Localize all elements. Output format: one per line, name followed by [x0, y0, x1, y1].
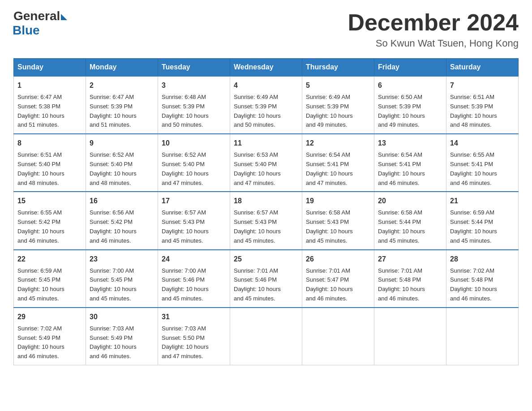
day-info: Sunrise: 6:54 AMSunset: 5:41 PMDaylight:… — [306, 150, 370, 188]
day-number: 14 — [450, 138, 515, 149]
day-number: 20 — [378, 196, 442, 206]
header-monday: Monday — [86, 59, 158, 77]
day-info: Sunrise: 6:55 AMSunset: 5:42 PMDaylight:… — [17, 208, 82, 245]
day-number: 21 — [450, 196, 515, 206]
logo: General Blue — [13, 9, 67, 38]
week-row-1: 1Sunrise: 6:47 AMSunset: 5:38 PMDaylight… — [14, 76, 519, 134]
calendar-cell: 6Sunrise: 6:50 AMSunset: 5:39 PMDaylight… — [374, 76, 446, 134]
calendar-cell: 4Sunrise: 6:49 AMSunset: 5:39 PMDaylight… — [230, 76, 302, 134]
day-info: Sunrise: 6:51 AMSunset: 5:40 PMDaylight:… — [17, 150, 82, 188]
calendar-cell — [230, 308, 302, 365]
day-number: 6 — [378, 80, 442, 91]
day-info: Sunrise: 6:54 AMSunset: 5:41 PMDaylight:… — [378, 150, 442, 188]
header-wednesday: Wednesday — [230, 59, 302, 77]
day-info: Sunrise: 6:47 AMSunset: 5:38 PMDaylight:… — [17, 93, 82, 130]
calendar-cell: 16Sunrise: 6:56 AMSunset: 5:42 PMDayligh… — [86, 192, 158, 249]
day-number: 2 — [90, 80, 154, 91]
day-number: 25 — [234, 254, 298, 265]
day-info: Sunrise: 6:49 AMSunset: 5:39 PMDaylight:… — [234, 93, 298, 130]
day-number: 28 — [450, 254, 515, 265]
calendar-table: SundayMondayTuesdayWednesdayThursdayFrid… — [13, 58, 519, 365]
calendar-cell: 25Sunrise: 7:01 AMSunset: 5:46 PMDayligh… — [230, 250, 302, 308]
calendar-cell: 28Sunrise: 7:02 AMSunset: 5:48 PMDayligh… — [446, 250, 519, 308]
calendar-cell: 29Sunrise: 7:02 AMSunset: 5:49 PMDayligh… — [14, 308, 86, 365]
day-info: Sunrise: 6:52 AMSunset: 5:40 PMDaylight:… — [162, 150, 226, 188]
day-number: 31 — [162, 312, 226, 322]
logo-blue-text: Blue — [13, 23, 40, 38]
day-info: Sunrise: 7:02 AMSunset: 5:48 PMDaylight:… — [450, 266, 515, 304]
calendar-cell: 19Sunrise: 6:58 AMSunset: 5:43 PMDayligh… — [302, 192, 374, 249]
week-row-4: 22Sunrise: 6:59 AMSunset: 5:45 PMDayligh… — [14, 250, 519, 308]
calendar-cell: 23Sunrise: 7:00 AMSunset: 5:45 PMDayligh… — [86, 250, 158, 308]
calendar-cell: 3Sunrise: 6:48 AMSunset: 5:39 PMDaylight… — [158, 76, 230, 134]
day-number: 30 — [90, 312, 154, 322]
calendar-cell: 17Sunrise: 6:57 AMSunset: 5:43 PMDayligh… — [158, 192, 230, 249]
day-info: Sunrise: 6:48 AMSunset: 5:39 PMDaylight:… — [162, 93, 226, 130]
day-number: 11 — [234, 138, 298, 149]
day-info: Sunrise: 7:01 AMSunset: 5:46 PMDaylight:… — [234, 266, 298, 304]
day-number: 22 — [17, 254, 82, 265]
day-info: Sunrise: 6:47 AMSunset: 5:39 PMDaylight:… — [90, 93, 154, 130]
calendar-cell: 8Sunrise: 6:51 AMSunset: 5:40 PMDaylight… — [14, 134, 86, 192]
day-info: Sunrise: 7:02 AMSunset: 5:49 PMDaylight:… — [17, 324, 82, 361]
header-sunday: Sunday — [14, 59, 86, 77]
calendar-title: December 2024 — [348, 9, 519, 36]
day-number: 12 — [306, 138, 370, 149]
day-number: 10 — [162, 138, 226, 149]
page-header: General Blue December 2024 So Kwun Wat T… — [13, 9, 519, 49]
logo-triangle-icon — [61, 14, 67, 20]
day-info: Sunrise: 7:00 AMSunset: 5:46 PMDaylight:… — [162, 266, 226, 304]
calendar-cell: 24Sunrise: 7:00 AMSunset: 5:46 PMDayligh… — [158, 250, 230, 308]
calendar-cell: 2Sunrise: 6:47 AMSunset: 5:39 PMDaylight… — [86, 76, 158, 134]
calendar-cell: 13Sunrise: 6:54 AMSunset: 5:41 PMDayligh… — [374, 134, 446, 192]
day-info: Sunrise: 6:50 AMSunset: 5:39 PMDaylight:… — [378, 93, 442, 130]
day-number: 16 — [90, 196, 154, 206]
day-number: 26 — [306, 254, 370, 265]
calendar-cell: 31Sunrise: 7:03 AMSunset: 5:50 PMDayligh… — [158, 308, 230, 365]
header-thursday: Thursday — [302, 59, 374, 77]
calendar-cell: 22Sunrise: 6:59 AMSunset: 5:45 PMDayligh… — [14, 250, 86, 308]
day-info: Sunrise: 6:58 AMSunset: 5:43 PMDaylight:… — [306, 208, 370, 245]
calendar-cell — [302, 308, 374, 365]
day-number: 13 — [378, 138, 442, 149]
calendar-cell: 26Sunrise: 7:01 AMSunset: 5:47 PMDayligh… — [302, 250, 374, 308]
day-info: Sunrise: 6:51 AMSunset: 5:39 PMDaylight:… — [450, 93, 515, 130]
calendar-cell: 7Sunrise: 6:51 AMSunset: 5:39 PMDaylight… — [446, 76, 519, 134]
week-row-2: 8Sunrise: 6:51 AMSunset: 5:40 PMDaylight… — [14, 134, 519, 192]
header-tuesday: Tuesday — [158, 59, 230, 77]
day-number: 29 — [17, 312, 82, 322]
day-info: Sunrise: 6:59 AMSunset: 5:45 PMDaylight:… — [17, 266, 82, 304]
calendar-cell: 1Sunrise: 6:47 AMSunset: 5:38 PMDaylight… — [14, 76, 86, 134]
day-number: 8 — [17, 138, 82, 149]
calendar-cell: 14Sunrise: 6:55 AMSunset: 5:41 PMDayligh… — [446, 134, 519, 192]
day-info: Sunrise: 7:01 AMSunset: 5:48 PMDaylight:… — [378, 266, 442, 304]
calendar-cell: 21Sunrise: 6:59 AMSunset: 5:44 PMDayligh… — [446, 192, 519, 249]
day-number: 24 — [162, 254, 226, 265]
week-row-3: 15Sunrise: 6:55 AMSunset: 5:42 PMDayligh… — [14, 192, 519, 249]
header-row: SundayMondayTuesdayWednesdayThursdayFrid… — [14, 59, 519, 77]
calendar-cell: 5Sunrise: 6:49 AMSunset: 5:39 PMDaylight… — [302, 76, 374, 134]
day-number: 9 — [90, 138, 154, 149]
day-info: Sunrise: 6:57 AMSunset: 5:43 PMDaylight:… — [234, 208, 298, 245]
day-number: 1 — [17, 80, 82, 91]
day-info: Sunrise: 6:59 AMSunset: 5:44 PMDaylight:… — [450, 208, 515, 245]
title-area: December 2024 So Kwun Wat Tsuen, Hong Ko… — [348, 9, 519, 49]
calendar-cell: 12Sunrise: 6:54 AMSunset: 5:41 PMDayligh… — [302, 134, 374, 192]
calendar-cell — [446, 308, 519, 365]
day-number: 19 — [306, 196, 370, 206]
calendar-cell: 10Sunrise: 6:52 AMSunset: 5:40 PMDayligh… — [158, 134, 230, 192]
calendar-cell: 30Sunrise: 7:03 AMSunset: 5:49 PMDayligh… — [86, 308, 158, 365]
calendar-subtitle: So Kwun Wat Tsuen, Hong Kong — [348, 38, 519, 49]
day-number: 4 — [234, 80, 298, 91]
day-info: Sunrise: 6:57 AMSunset: 5:43 PMDaylight:… — [162, 208, 226, 245]
day-number: 27 — [378, 254, 442, 265]
day-number: 5 — [306, 80, 370, 91]
day-info: Sunrise: 6:56 AMSunset: 5:42 PMDaylight:… — [90, 208, 154, 245]
day-info: Sunrise: 7:03 AMSunset: 5:49 PMDaylight:… — [90, 324, 154, 361]
logo-general-text: General — [13, 9, 60, 23]
calendar-cell: 20Sunrise: 6:58 AMSunset: 5:44 PMDayligh… — [374, 192, 446, 249]
calendar-cell: 27Sunrise: 7:01 AMSunset: 5:48 PMDayligh… — [374, 250, 446, 308]
day-info: Sunrise: 7:00 AMSunset: 5:45 PMDaylight:… — [90, 266, 154, 304]
day-number: 17 — [162, 196, 226, 206]
calendar-cell: 11Sunrise: 6:53 AMSunset: 5:40 PMDayligh… — [230, 134, 302, 192]
